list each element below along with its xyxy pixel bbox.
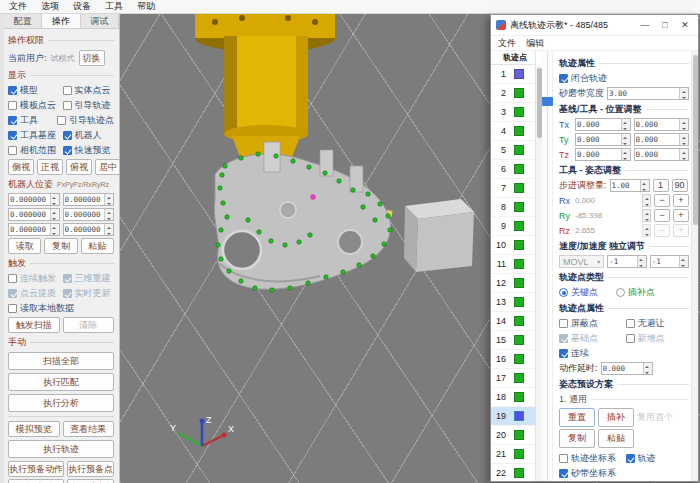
list-item[interactable]: 6 <box>491 160 535 179</box>
stepper[interactable] <box>621 149 630 160</box>
preset-paste-button[interactable]: 粘贴 <box>598 429 634 448</box>
tz-input-2[interactable] <box>634 148 690 161</box>
ry-minus-button[interactable]: − <box>654 209 670 222</box>
checkbox-continuous[interactable]: 连续 <box>559 347 689 360</box>
checkbox-tool-base[interactable]: 工具基座 <box>8 129 60 142</box>
checkbox-continuous-trigger[interactable]: 连续触发 <box>8 272 60 285</box>
list-item[interactable]: 20 <box>491 426 535 445</box>
stepper[interactable] <box>679 119 688 130</box>
list-item[interactable]: 16 <box>491 350 535 369</box>
trigger-scan-button[interactable]: 触发扫描 <box>8 317 60 333</box>
stepper[interactable] <box>104 224 113 235</box>
view-result-button[interactable]: 查看结果 <box>63 421 115 437</box>
move-type-dropdown[interactable]: MOVL▾ <box>559 255 604 268</box>
list-item[interactable]: 8 <box>491 198 535 217</box>
pose-py-input[interactable] <box>8 208 60 221</box>
checkbox-guide-traj-points[interactable]: 引导轨迹点 <box>57 114 114 127</box>
tab-operation[interactable]: 操作 <box>42 14 80 28</box>
rz-plus-button[interactable]: + <box>673 224 689 237</box>
action-delay-input[interactable] <box>601 362 653 375</box>
tab-debug[interactable]: 调试 <box>81 14 119 28</box>
preset-copy-button[interactable]: 复制 <box>559 429 595 448</box>
list-item[interactable]: 3 <box>491 103 535 122</box>
checkbox-realtime-update[interactable]: 实时更新 <box>63 287 115 300</box>
stepper[interactable] <box>621 134 630 145</box>
list-item[interactable]: 11 <box>491 255 535 274</box>
exec-prep-point-button[interactable]: 执行预备点 <box>67 461 114 477</box>
switch-user-button[interactable]: 切换 <box>79 50 105 66</box>
exec-exit-action-button[interactable]: 执行退出动作 <box>8 479 64 483</box>
list-item[interactable]: 14 <box>491 312 535 331</box>
list-item[interactable]: 18 <box>491 388 535 407</box>
panel-menu-file[interactable]: 文件 <box>498 37 516 50</box>
ry-plus-button[interactable]: + <box>673 209 689 222</box>
list-item[interactable]: 19 <box>491 407 535 426</box>
point-size-slider-handle[interactable] <box>542 97 553 106</box>
exec-prep-action-button[interactable]: 执行预备动作 <box>8 461 64 477</box>
rx-minus-button[interactable]: − <box>654 194 670 207</box>
checkbox-new-point[interactable]: 新增点 <box>626 332 690 345</box>
radio-key-point[interactable]: 关键点 <box>559 286 598 299</box>
menu-options[interactable]: 选项 <box>34 0 66 13</box>
list-item[interactable]: 21 <box>491 445 535 464</box>
list-item[interactable]: 7 <box>491 179 535 198</box>
stepper[interactable] <box>679 149 688 160</box>
panel-menu-edit[interactable]: 编辑 <box>526 37 544 50</box>
preset-reset-button[interactable]: 重置 <box>559 408 595 427</box>
menu-tools[interactable]: 工具 <box>98 0 130 13</box>
radio-interp-point[interactable]: 插补点 <box>616 286 655 299</box>
step-90-button[interactable]: 90 <box>672 179 688 192</box>
checkbox-model[interactable]: 模型 <box>8 84 60 97</box>
scan-all-button[interactable]: 扫描全部 <box>8 352 114 370</box>
checkbox-guide-traj[interactable]: 引导轨迹 <box>63 99 115 112</box>
stepper[interactable] <box>642 194 651 207</box>
view-center-button[interactable]: 居中 <box>95 159 120 175</box>
accel-input[interactable] <box>650 255 689 268</box>
checkbox-shield-point[interactable]: 屏蔽点 <box>559 317 623 330</box>
stepper[interactable] <box>679 134 688 145</box>
view-top-button[interactable]: 俯视 <box>66 159 92 175</box>
step-amount-input[interactable] <box>610 179 650 192</box>
checkbox-template-cloud[interactable]: 模板点云 <box>8 99 60 112</box>
stepper[interactable] <box>50 194 59 205</box>
checkbox-robot[interactable]: 机器人 <box>63 129 115 142</box>
minimize-icon[interactable]: — <box>637 16 653 34</box>
list-item[interactable]: 13 <box>491 293 535 312</box>
tz-input-1[interactable] <box>575 148 631 161</box>
exec-match-button[interactable]: 执行匹配 <box>8 373 114 391</box>
list-item[interactable]: 4 <box>491 122 535 141</box>
menu-help[interactable]: 帮助 <box>130 0 162 13</box>
list-item[interactable]: 15 <box>491 331 535 350</box>
rz-minus-button[interactable]: − <box>654 224 670 237</box>
stepper[interactable] <box>643 363 652 374</box>
list-item[interactable]: 12 <box>491 274 535 293</box>
tx-input-1[interactable] <box>575 118 631 131</box>
clear-button[interactable]: 清除 <box>63 317 115 333</box>
checkbox-closed-trajectory[interactable]: 闭合轨迹 <box>559 72 689 85</box>
stepper[interactable] <box>640 180 649 191</box>
checkbox-traj-coord[interactable]: 轨迹坐标系 <box>559 452 623 465</box>
list-item[interactable]: 10 <box>491 236 535 255</box>
checkbox-base-point[interactable]: 基础点 <box>559 332 623 345</box>
pose-rx-input[interactable] <box>63 193 115 206</box>
stepper[interactable] <box>50 224 59 235</box>
pose-ry-input[interactable] <box>63 208 115 221</box>
list-item[interactable]: 1 <box>491 65 535 84</box>
pose-pz-input[interactable] <box>8 223 60 236</box>
menu-device[interactable]: 设备 <box>66 0 98 13</box>
exec-trajectory-button[interactable]: 执行轨迹 <box>8 440 114 458</box>
checkbox-3d-reconstruct[interactable]: 三维重建 <box>63 272 115 285</box>
ty-input-1[interactable] <box>575 133 631 146</box>
stepper[interactable] <box>637 256 646 267</box>
sidebar-scrollbar[interactable] <box>0 14 4 483</box>
panel-scrollbar-thumb[interactable] <box>693 55 698 225</box>
list-item[interactable]: 5 <box>491 141 535 160</box>
list-scrollbar-thumb[interactable] <box>537 68 542 138</box>
stepper[interactable] <box>50 209 59 220</box>
tx-input-2[interactable] <box>634 118 690 131</box>
rx-plus-button[interactable]: + <box>673 194 689 207</box>
checkbox-read-local-data[interactable]: 读取本地数据 <box>8 302 114 315</box>
checkbox-quick-preview[interactable]: 快速预览 <box>63 144 115 157</box>
tab-config[interactable]: 配置 <box>4 14 42 28</box>
list-item[interactable]: 22 <box>491 464 535 481</box>
